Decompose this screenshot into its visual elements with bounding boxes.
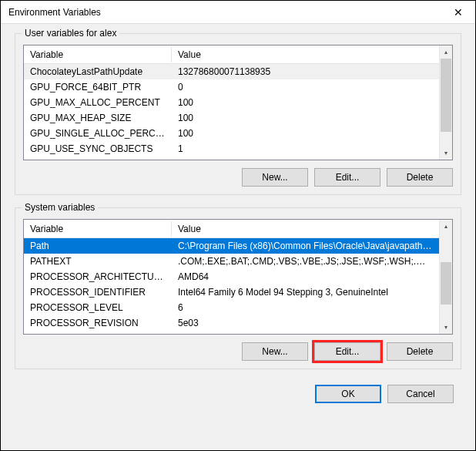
system-col-value[interactable]: Value <box>172 221 439 237</box>
table-row[interactable]: Path C:\Program Files (x86)\Common Files… <box>24 238 439 254</box>
user-button-row: New... Edit... Delete <box>23 168 453 187</box>
table-row[interactable]: PROCESSOR_ARCHITECTURE AMD64 <box>24 269 439 284</box>
user-edit-button[interactable]: Edit... <box>314 168 380 187</box>
system-delete-button[interactable]: Delete <box>387 342 453 361</box>
dialog-content: User variables for alex Variable Value C… <box>1 24 475 450</box>
scroll-up-icon[interactable]: ▴ <box>440 45 452 59</box>
user-new-button[interactable]: New... <box>242 168 308 187</box>
table-row[interactable]: GPU_MAX_ALLOC_PERCENT 100 <box>24 95 439 110</box>
scroll-down-icon[interactable]: ▾ <box>440 321 452 334</box>
system-col-variable[interactable]: Variable <box>24 221 172 237</box>
user-col-value[interactable]: Value <box>172 47 439 62</box>
table-row[interactable]: GPU_SINGLE_ALLOC_PERCE... 100 <box>24 126 439 141</box>
table-row[interactable]: PROCESSOR_LEVEL 6 <box>24 300 439 315</box>
user-variables-listview[interactable]: Variable Value ChocolateyLastPathUpdate … <box>23 45 453 160</box>
titlebar: Environment Variables ✕ <box>1 1 475 24</box>
close-icon: ✕ <box>454 6 463 19</box>
system-group-legend: System variables <box>22 202 98 213</box>
user-list-header: Variable Value <box>24 45 439 64</box>
table-row[interactable]: OneDrive C:\Users\akova\OneDrive <box>24 157 439 160</box>
table-row[interactable]: ChocolateyLastPathUpdate 132786800071138… <box>24 64 439 79</box>
close-button[interactable]: ✕ <box>441 1 475 24</box>
system-list-header: Variable Value <box>24 220 439 238</box>
user-delete-button[interactable]: Delete <box>387 168 453 187</box>
system-edit-button[interactable]: Edit... <box>314 342 380 361</box>
table-row[interactable]: PROCESSOR_IDENTIFIER Intel64 Family 6 Mo… <box>24 284 439 300</box>
cancel-button[interactable]: Cancel <box>387 385 454 403</box>
system-button-row: New... Edit... Delete <box>23 342 453 361</box>
ok-button[interactable]: OK <box>315 385 381 403</box>
system-new-button[interactable]: New... <box>242 342 308 361</box>
table-row[interactable]: PROCESSOR_REVISION 5e03 <box>24 315 439 331</box>
dialog-footer: OK Cancel <box>15 382 461 403</box>
scroll-thumb[interactable] <box>441 262 451 305</box>
system-variables-group: System variables Variable Value Path C:\… <box>15 207 461 369</box>
user-group-legend: User variables for alex <box>22 28 119 39</box>
table-row[interactable]: GPU_FORCE_64BIT_PTR 0 <box>24 79 439 95</box>
table-row[interactable]: PATHEXT .COM;.EXE;.BAT;.CMD;.VBS;.VBE;.J… <box>24 254 439 269</box>
user-col-variable[interactable]: Variable <box>24 47 172 62</box>
scroll-down-icon[interactable]: ▾ <box>440 146 452 160</box>
scroll-thumb[interactable] <box>441 59 451 132</box>
table-row[interactable]: PSModulePath %ProgramFiles%\WindowsPower… <box>24 331 439 334</box>
table-row[interactable]: GPU_MAX_HEAP_SIZE 100 <box>24 110 439 126</box>
user-scrollbar[interactable]: ▴ ▾ <box>439 45 452 160</box>
system-scrollbar[interactable]: ▴ ▾ <box>439 220 452 334</box>
system-variables-listview[interactable]: Variable Value Path C:\Program Files (x8… <box>23 219 453 335</box>
scroll-up-icon[interactable]: ▴ <box>440 220 452 233</box>
window-title: Environment Variables <box>8 7 441 18</box>
table-row[interactable]: GPU_USE_SYNC_OBJECTS 1 <box>24 141 439 157</box>
user-variables-group: User variables for alex Variable Value C… <box>15 33 461 195</box>
